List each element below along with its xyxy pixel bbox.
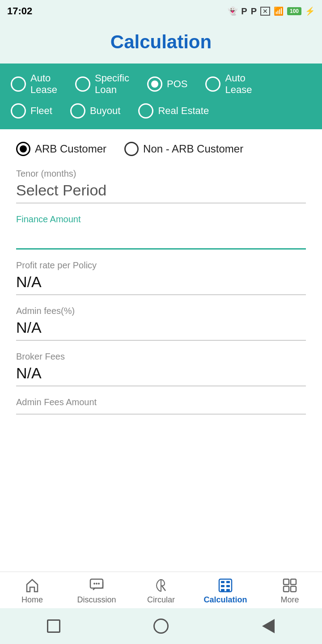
radio-fleet (11, 103, 26, 119)
wifi-icon: 📶 (274, 6, 284, 16)
bottom-nav: Home Discussion Circular Calculatio (0, 572, 322, 608)
customer-type-group: ARB Customer Non - ARB Customer (16, 142, 306, 156)
home-icon (24, 577, 40, 593)
discussion-icon (89, 577, 105, 593)
tab-auto-lease-2[interactable]: AutoLease (205, 72, 252, 96)
radio-buyout (70, 103, 85, 119)
svg-rect-10 (226, 589, 230, 591)
finance-amount-label: Finance Amount (16, 214, 306, 225)
tab-specific-loan-label: SpecificLoan (95, 72, 129, 96)
svg-rect-7 (221, 585, 225, 587)
radio-real-estate (138, 103, 153, 119)
more-icon (282, 577, 298, 593)
tenor-value[interactable]: Select Period (16, 182, 306, 203)
tab-bar: AutoLease SpecificLoan POS AutoLease Fle… (0, 64, 322, 129)
tenor-label: Tenor (months) (16, 169, 306, 179)
tab-pos[interactable]: POS (147, 72, 187, 96)
page-title: Calculation (0, 31, 322, 53)
nav-calculation[interactable]: Calculation (203, 577, 248, 605)
profit-rate-label: Profit rate per Policy (16, 260, 306, 271)
device-nav-bar (0, 608, 322, 644)
tab-row-1: AutoLease SpecificLoan POS AutoLease (11, 72, 311, 96)
radio-auto-lease (11, 76, 26, 92)
radio-pos (147, 76, 162, 92)
status-bar: 17:02 👻 P P ✕ 📶 100 ⚡ (0, 0, 322, 22)
nav-discussion[interactable]: Discussion (74, 577, 119, 605)
nav-more[interactable]: More (267, 577, 312, 605)
tenor-field: Tenor (months) Select Period (16, 169, 306, 203)
home-button[interactable] (153, 618, 169, 634)
broker-fees-value[interactable]: N/A (16, 364, 306, 386)
svg-rect-5 (221, 581, 225, 583)
tab-real-estate[interactable]: Real Estate (138, 103, 209, 119)
profit-rate-value[interactable]: N/A (16, 273, 306, 295)
profit-rate-field: Profit rate per Policy N/A (16, 260, 306, 295)
non-arb-customer-label: Non - ARB Customer (143, 143, 243, 155)
nav-home-label: Home (21, 595, 43, 605)
admin-fees-amount-field: Admin Fees Amount (16, 397, 306, 415)
form-area: ARB Customer Non - ARB Customer Tenor (m… (0, 129, 322, 572)
svg-rect-12 (291, 579, 296, 585)
arb-customer-option[interactable]: ARB Customer (16, 142, 106, 156)
admin-fees-amount-value[interactable] (16, 410, 306, 415)
ghost-icon: 👻 (228, 6, 237, 16)
admin-fees-field: Admin fees(%) N/A (16, 306, 306, 341)
nav-circular[interactable]: Circular (139, 577, 183, 605)
tab-fleet-label: Fleet (30, 105, 52, 117)
svg-rect-11 (284, 579, 289, 585)
p-icon-2: P (251, 6, 257, 17)
svg-rect-9 (221, 589, 225, 591)
nav-discussion-label: Discussion (77, 595, 116, 605)
status-time: 17:02 (7, 5, 32, 17)
broker-fees-label: Broker Fees (16, 352, 306, 362)
nav-circular-label: Circular (147, 595, 175, 605)
back-button[interactable] (260, 618, 276, 634)
recent-apps-button[interactable] (46, 618, 62, 634)
calculation-icon (217, 577, 233, 593)
header: Calculation (0, 22, 322, 64)
circular-icon (153, 577, 169, 593)
nav-more-label: More (280, 595, 299, 605)
tab-buyout[interactable]: Buyout (70, 103, 121, 119)
battery-icon: 100 (287, 7, 301, 15)
finance-amount-value[interactable] (16, 227, 306, 250)
admin-fees-label: Admin fees(%) (16, 306, 306, 316)
svg-rect-14 (291, 586, 296, 592)
tab-real-estate-label: Real Estate (158, 105, 209, 117)
tab-fleet[interactable]: Fleet (11, 103, 52, 119)
tab-auto-lease-2-label: AutoLease (225, 72, 252, 96)
radio-auto-lease-2 (205, 76, 220, 92)
tab-auto-lease-label: AutoLease (30, 72, 57, 96)
admin-fees-value[interactable]: N/A (16, 319, 306, 341)
tab-auto-lease[interactable]: AutoLease (11, 72, 57, 96)
close-icon: ✕ (260, 7, 270, 16)
svg-point-3 (98, 583, 100, 585)
non-arb-radio (124, 142, 139, 156)
admin-fees-amount-label: Admin Fees Amount (16, 397, 306, 407)
status-icons: 👻 P P ✕ 📶 100 ⚡ (228, 6, 315, 17)
charging-icon: ⚡ (305, 6, 315, 16)
svg-point-2 (96, 583, 97, 585)
tab-buyout-label: Buyout (90, 105, 121, 117)
nav-home[interactable]: Home (10, 577, 55, 605)
tab-row-2: Fleet Buyout Real Estate (11, 103, 311, 119)
p-icon-1: P (241, 6, 247, 17)
svg-rect-8 (226, 585, 230, 587)
non-arb-customer-option[interactable]: Non - ARB Customer (124, 142, 243, 156)
tab-pos-label: POS (167, 78, 187, 90)
svg-rect-13 (284, 586, 289, 592)
arb-customer-label: ARB Customer (35, 143, 106, 155)
svg-rect-6 (226, 581, 230, 583)
svg-point-1 (93, 583, 95, 585)
tab-specific-loan[interactable]: SpecificLoan (75, 72, 129, 96)
arb-radio (16, 142, 30, 156)
nav-calculation-label: Calculation (203, 595, 247, 605)
broker-fees-field: Broker Fees N/A (16, 352, 306, 386)
radio-specific-loan (75, 76, 90, 92)
finance-amount-field: Finance Amount (16, 214, 306, 250)
